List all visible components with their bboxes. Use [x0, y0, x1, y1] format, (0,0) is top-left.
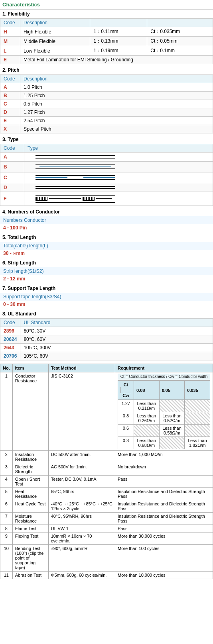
table-row: 10 Bending Test (180°) (clip the point o…: [0, 545, 213, 572]
conductor-note: Ct = Conductor thickness / Cw = Conducto…: [118, 374, 210, 380]
col-code: Code: [0, 19, 20, 27]
ul-col-code: Code: [0, 319, 20, 327]
col-val1: [90, 19, 147, 27]
conductor-title: 4. Numbers of Conductor: [0, 207, 213, 216]
table-row: 11 Abrasion Test Φ5mm, 600g, 60 cycles/m…: [0, 572, 213, 579]
table-row: 289680°C, 30V: [0, 327, 213, 335]
table-row: 3 Dielectric Strength AC 500V for 1min. …: [0, 463, 213, 476]
strip-length-value: 2 - 12 mm: [0, 275, 213, 282]
test-col-no: No.: [0, 364, 13, 372]
table-row: 5 Heat Resistance 85°C, 96hrs Insulation…: [0, 488, 213, 500]
strip-length-section: 6. Strip Length Strip length(S1/S2) 2 - …: [0, 258, 213, 282]
total-length-title: 5. Total Length: [0, 233, 213, 242]
table-row: E2.54 Pitch: [0, 117, 213, 125]
table-row: D1.27 Pitch: [0, 108, 213, 117]
table-row: 2062480°C, 60V: [0, 335, 213, 344]
table-row: 7 Moisture Resistance 40°C, 95%RH, 96hrs…: [0, 513, 213, 525]
total-length-value: 30 - ∞mm: [0, 250, 213, 257]
table-row: A1.0 Pitch: [0, 83, 213, 92]
conductor-section: 4. Numbers of Conductor Numbers Conducto…: [0, 207, 213, 231]
table-row: C0.5 Pitch: [0, 100, 213, 108]
table-row: 0.3 Less than 0.68Ω/m Less than 1.82Ω/m: [118, 437, 210, 449]
test-col-requirement: Requirement: [115, 364, 213, 372]
flexibility-table: Code Description H High Flexible 1：0.11m…: [0, 18, 213, 64]
table-row: B1.25 Pitch: [0, 92, 213, 100]
table-row: 0.8 Less than 0.26Ω/m Less than 0.52Ω/m: [118, 412, 210, 425]
table-row: B: [0, 162, 213, 172]
table-row: H High Flexible 1：0.11mm Ct：0.035mm: [0, 27, 213, 37]
table-row: D: [0, 183, 213, 192]
type-title: 3. Type: [0, 135, 213, 144]
support-tape-label: Support tape length(S3/S4): [0, 293, 213, 301]
strip-length-label: Strip length(S1/S2): [0, 267, 213, 275]
type-col-type: Type: [24, 144, 213, 153]
pitch-col-code: Code: [0, 75, 20, 83]
pitch-table: Code Description A1.0 Pitch B1.25 Pitch …: [0, 74, 213, 133]
table-row: M Middle Flexible 1：0.13mm Ct：0.05mm: [0, 37, 213, 46]
table-row: 8 Flame Test UL VW-1 Pass: [0, 525, 213, 532]
table-row: XSpecial Pitch: [0, 125, 213, 133]
total-length-section: 5. Total Length Total(cable) length(L) 3…: [0, 233, 213, 257]
test-table: No. Item Test Method Requirement 1 Condu…: [0, 364, 213, 579]
pitch-col-desc: Description: [20, 75, 213, 83]
test-col-method: Test Method: [48, 364, 115, 372]
table-row: C: [0, 172, 213, 183]
test-col-item: Item: [12, 364, 48, 372]
conductor-label: Numbers Conductor: [0, 216, 213, 224]
table-row: 2643105°C, 300V: [0, 344, 213, 352]
total-length-label: Total(cable) length(L): [0, 242, 213, 250]
type-table: Code Type A B: [0, 144, 213, 206]
col-val2: [147, 19, 213, 27]
ul-title: 8. UL Standard: [0, 309, 213, 318]
pitch-section: 2. Pitch Code Description A1.0 Pitch B1.…: [0, 66, 213, 133]
table-row: A: [0, 153, 213, 162]
table-row: 1 Conductor Resistance JIS C-3102 Ct = C…: [0, 372, 213, 451]
support-tape-value: 0 - 30 mm: [0, 301, 213, 308]
table-row: 9 Flexing Test 10mmR × 10cm × 70 cycle/m…: [0, 532, 213, 545]
table-row: 20706105°C, 60V: [0, 352, 213, 360]
table-row: 2 Insulation Resistance DC 500V after 1m…: [0, 451, 213, 463]
page-header: Characteristics: [0, 0, 213, 10]
flexibility-title: 1. Flexibility: [0, 10, 213, 18]
col-desc: Description: [20, 19, 90, 27]
type-section: 3. Type Code Type A B: [0, 135, 213, 206]
table-row: 6 Heat Cycle Test -40°C→+25°C→+85°C→+25°…: [0, 500, 213, 513]
page-title: Characteristics: [2, 2, 40, 8]
support-tape-title: 7. Support Tape Length: [0, 284, 213, 293]
table-row: 1.27 Less than 0.21Ω/m: [118, 400, 210, 412]
table-row: F: [0, 192, 213, 206]
flexibility-section: 1. Flexibility Code Description H High F…: [0, 10, 213, 64]
table-row: E Metal Foil Lamination for EMI Shieldin…: [0, 56, 213, 64]
ul-standard-section: 8. UL Standard Code UL Standard 289680°C…: [0, 309, 213, 360]
ul-col-standard: UL Standard: [20, 319, 213, 327]
table-row: L Low Flexible 1：0.19mm Ct：0.1mm: [0, 46, 213, 56]
conductor-value: 4 - 100 Pin: [0, 224, 213, 231]
ul-table: Code UL Standard 289680°C, 30V 2062480°C…: [0, 318, 213, 360]
type-col-code: Code: [0, 144, 24, 153]
strip-length-title: 6. Strip Length: [0, 258, 213, 267]
conductor-inner-table: Ct Cw 0.08 0.05 0.035 1.27: [118, 380, 210, 449]
support-tape-section: 7. Support Tape Length Support tape leng…: [0, 284, 213, 308]
table-row: 0.6 Less than 0.58Ω/m: [118, 425, 210, 437]
pitch-title: 2. Pitch: [0, 66, 213, 74]
table-row: 4 Open / Short Test Tester, DC 3.0V, 0.1…: [0, 476, 213, 488]
